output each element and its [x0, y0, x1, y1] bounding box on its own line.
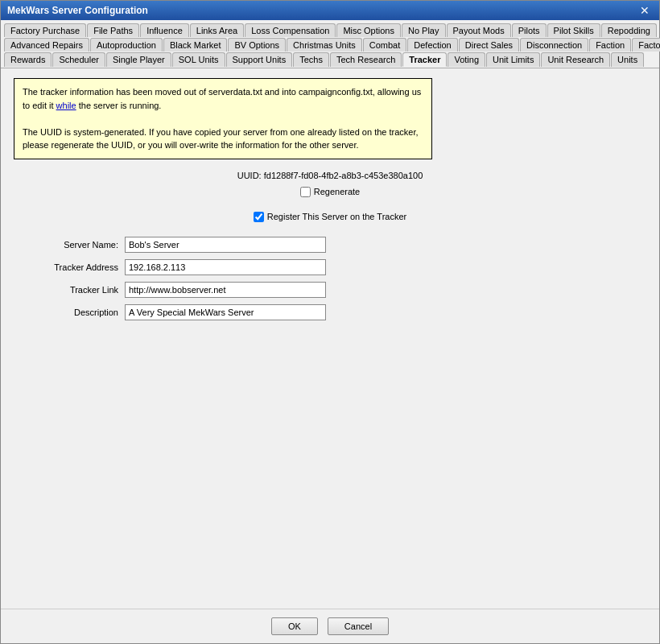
cancel-button[interactable]: Cancel — [328, 617, 389, 635]
tab-faction[interactable]: Faction — [589, 38, 631, 52]
tab-direct-sales[interactable]: Direct Sales — [459, 38, 519, 52]
tab-black-market[interactable]: Black Market — [163, 38, 228, 52]
tab-row-3: Rewards Scheduler Single Player SOL Unit… — [4, 52, 656, 67]
tab-payout-mods[interactable]: Payout Mods — [447, 23, 511, 37]
register-text: Register This Server on the Tracker — [267, 212, 406, 221]
server-name-row: Server Name: — [14, 237, 646, 253]
tab-techs[interactable]: Techs — [293, 52, 329, 67]
tab-unit-limits[interactable]: Unit Limits — [486, 52, 540, 67]
content-area: The tracker information has been moved o… — [1, 68, 659, 609]
tab-influence[interactable]: Influence — [140, 23, 189, 37]
tab-row-2: Advanced Repairs Autoproduction Black Ma… — [4, 38, 656, 52]
regenerate-row: Regenerate — [14, 187, 646, 199]
tab-row-1: Factory Purchase File Paths Influence Li… — [4, 23, 656, 37]
footer: OK Cancel — [1, 609, 659, 643]
info-box: The tracker information has been moved o… — [14, 78, 432, 159]
tab-links-area[interactable]: Links Area — [190, 23, 244, 37]
tab-disconnection[interactable]: Disconnection — [520, 38, 588, 52]
regenerate-checkbox[interactable] — [300, 187, 311, 197]
tab-tracker[interactable]: Tracker — [402, 52, 447, 67]
tab-no-play[interactable]: No Play — [402, 23, 446, 37]
tracker-address-label: Tracker Address — [14, 262, 118, 272]
tab-factory-options[interactable]: Factory Options — [632, 38, 660, 52]
tracker-link-label: Tracker Link — [14, 285, 118, 295]
tab-loss-compensation[interactable]: Loss Compensation — [245, 23, 336, 37]
uuid-label: UUID: fd1288f7-fd08-4fb2-a8b3-c453e380a1… — [237, 171, 423, 180]
highlight-while: while — [56, 101, 76, 110]
tab-pilot-skills[interactable]: Pilot Skills — [547, 23, 600, 37]
description-row: Description — [14, 304, 646, 320]
tracker-address-input[interactable] — [125, 259, 326, 275]
tab-unit-research[interactable]: Unit Research — [541, 52, 610, 67]
tab-misc-options[interactable]: Misc Options — [336, 23, 401, 37]
regenerate-text: Regenerate — [314, 187, 361, 196]
uuid-row: UUID: fd1288f7-fd08-4fb2-a8b3-c453e380a1… — [14, 171, 646, 180]
tab-bv-options[interactable]: BV Options — [228, 38, 286, 52]
description-label: Description — [14, 308, 118, 317]
tab-combat[interactable]: Combat — [363, 38, 407, 52]
ok-button[interactable]: OK — [271, 617, 318, 635]
register-checkbox[interactable] — [254, 212, 264, 222]
tabs-container: Factory Purchase File Paths Influence Li… — [1, 20, 659, 68]
main-window: MekWars Server Configuration ✕ Factory P… — [0, 0, 660, 644]
tab-defection[interactable]: Defection — [407, 38, 457, 52]
window-title: MekWars Server Configuration — [7, 5, 148, 16]
info-line2: The UUID is system-generated. If you hav… — [23, 126, 423, 152]
tab-tech-research[interactable]: Tech Research — [330, 52, 402, 67]
tab-advanced-repairs[interactable]: Advanced Repairs — [4, 38, 89, 52]
tab-repodding[interactable]: Repodding — [601, 23, 657, 37]
regenerate-label[interactable]: Regenerate — [300, 187, 361, 197]
tracker-address-row: Tracker Address — [14, 259, 646, 275]
server-name-input[interactable] — [125, 237, 326, 253]
register-row: Register This Server on the Tracker — [14, 212, 646, 224]
info-line1: The tracker information has been moved o… — [23, 85, 423, 112]
tab-file-paths[interactable]: File Paths — [87, 23, 139, 37]
tab-sol-units[interactable]: SOL Units — [172, 52, 225, 67]
tab-single-player[interactable]: Single Player — [106, 52, 171, 67]
tab-christmas-units[interactable]: Christmas Units — [287, 38, 362, 52]
tab-rewards[interactable]: Rewards — [4, 52, 52, 67]
tab-support-units[interactable]: Support Units — [226, 52, 293, 67]
close-button[interactable]: ✕ — [637, 5, 653, 16]
server-name-label: Server Name: — [14, 240, 118, 250]
tab-units[interactable]: Units — [611, 52, 644, 67]
tab-pilots[interactable]: Pilots — [512, 23, 547, 37]
title-bar: MekWars Server Configuration ✕ — [1, 1, 659, 20]
tab-scheduler[interactable]: Scheduler — [52, 52, 105, 67]
description-input[interactable] — [125, 304, 326, 320]
register-label[interactable]: Register This Server on the Tracker — [254, 212, 406, 222]
tab-autoproduction[interactable]: Autoproduction — [90, 38, 163, 52]
tracker-link-row: Tracker Link — [14, 282, 646, 298]
tracker-link-input[interactable] — [125, 282, 326, 298]
tab-factory-purchase[interactable]: Factory Purchase — [4, 23, 86, 37]
tab-voting[interactable]: Voting — [448, 52, 485, 67]
